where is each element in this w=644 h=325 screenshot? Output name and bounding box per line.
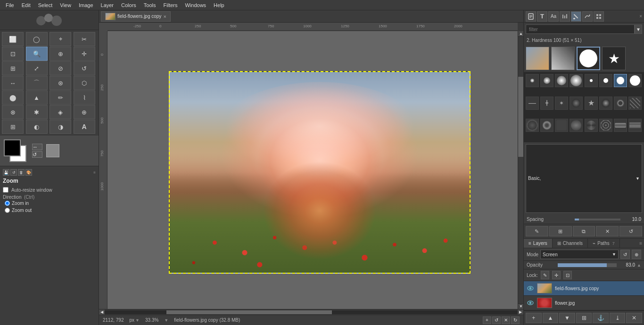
vertical-scrollbar[interactable]: ▲ ▼ (518, 31, 523, 309)
opacity-spinner-up[interactable]: ▲ (637, 263, 641, 268)
brush-hard-med[interactable] (599, 74, 612, 87)
tool-warp[interactable]: ⊛ (50, 76, 71, 90)
layer-item-1[interactable]: field-flowers.jpg copy (524, 281, 644, 296)
horizontal-scrollbar[interactable]: ◀ ▶ (99, 309, 523, 315)
text-tool-icon-btn[interactable]: T (537, 11, 547, 22)
delete-button[interactable]: ✕ (502, 317, 510, 324)
tool-text[interactable]: A (74, 120, 95, 134)
menu-layer[interactable]: Layer (97, 1, 118, 9)
brush-special-5[interactable]: ★ (585, 97, 598, 110)
tool-shear[interactable]: ⌒ (26, 76, 48, 90)
menu-view[interactable]: View (56, 1, 75, 9)
tab-paths[interactable]: ⌁ Paths 7 (588, 239, 620, 248)
dynamics-icon-btn[interactable] (582, 11, 593, 22)
brush-texture-4[interactable] (570, 119, 583, 132)
layer-visibility-1[interactable] (527, 284, 534, 292)
right-panel-menu[interactable]: × (639, 14, 642, 19)
mode-dropdown[interactable]: Screen ▼ (540, 250, 619, 259)
zoom-in-option[interactable]: Zoom in (5, 201, 96, 206)
brush-type-dropdown-arrow[interactable]: ▼ (636, 176, 640, 181)
tool-perspective[interactable]: ⊘ (50, 61, 71, 75)
tool-heal[interactable]: ⊕ (74, 105, 95, 119)
menu-tools[interactable]: Tools (140, 1, 160, 9)
tool-dodge[interactable]: ◑ (50, 120, 71, 134)
brush-preview-4[interactable]: ★ (602, 47, 626, 70)
tool-airbrush[interactable]: ✱ (26, 105, 48, 119)
tool-blend[interactable]: ▲ (26, 90, 48, 105)
brush-special-7[interactable] (614, 97, 627, 110)
menu-colors[interactable]: Colors (117, 1, 140, 9)
menu-select[interactable]: Select (34, 1, 57, 9)
filter-dropdown-arrow[interactable]: ▼ (635, 24, 642, 34)
unit-selector[interactable]: px ▼ (130, 317, 140, 323)
brush-special-3[interactable]: ✶ (555, 97, 568, 110)
tool-3d[interactable]: ⬡ (74, 76, 95, 90)
options-color[interactable]: 🎨 (25, 169, 32, 176)
scroll-right-button[interactable]: ▶ (518, 309, 523, 315)
tool-transform[interactable]: ⤢ (26, 61, 48, 75)
tool-align[interactable]: ⊞ (2, 61, 24, 75)
raise-layer-button[interactable]: ▲ (543, 313, 559, 323)
tab-close-button[interactable]: × (163, 14, 166, 19)
tool-zoom[interactable]: 🔍 (26, 47, 48, 61)
brush-preview-2[interactable] (551, 47, 575, 70)
tool-rotate[interactable]: ↺ (74, 61, 95, 75)
brush-soft-med[interactable] (540, 74, 553, 87)
brush-special-1[interactable]: — (526, 97, 539, 110)
brush-texture-7[interactable] (614, 119, 627, 132)
brush-soft-xlarge[interactable] (570, 74, 583, 87)
image-tab[interactable]: field-flowers.jpg copy × (101, 11, 171, 22)
options-save[interactable]: 💾 (3, 169, 9, 176)
options-expand[interactable]: ≡ (93, 171, 96, 175)
brush-hard-large[interactable] (614, 74, 627, 87)
lower-layer-button[interactable]: ▼ (559, 313, 575, 323)
brush-soft-large[interactable] (555, 74, 568, 87)
mode-dropdown-arrow[interactable]: ▼ (612, 252, 616, 257)
tool-crop[interactable]: ⊡ (2, 47, 24, 61)
mode-extra-button[interactable]: ⊕ (632, 250, 641, 259)
tool-smudge[interactable]: ◐ (26, 120, 48, 134)
tool-bucket[interactable]: ⬤ (2, 90, 24, 105)
brush-soft-small[interactable] (526, 74, 539, 87)
options-restore[interactable]: ↺ (10, 169, 17, 176)
brush-action-refresh[interactable]: ↺ (619, 226, 642, 236)
brush-action-duplicate[interactable]: ⊞ (549, 226, 572, 236)
brush-action-delete[interactable]: ✕ (596, 226, 619, 236)
tab-layers[interactable]: ≡ Layers (524, 239, 553, 248)
auto-resize-checkbox[interactable] (3, 187, 8, 193)
layer-visibility-2[interactable] (527, 299, 534, 307)
tool-eraser[interactable]: ⊗ (2, 105, 24, 119)
brush-texture-1[interactable] (526, 119, 539, 132)
tool-clone[interactable]: ⊞ (2, 120, 24, 134)
tool-ellipse-select[interactable]: ◯ (26, 32, 48, 46)
brush-action-copy[interactable]: ⧉ (573, 226, 595, 236)
scroll-track-h[interactable] (105, 310, 518, 314)
scroll-thumb-h[interactable] (166, 310, 331, 314)
add-image-button[interactable]: + (483, 317, 491, 324)
options-delete[interactable]: 🗑 (18, 169, 25, 176)
unit-dropdown-icon[interactable]: ▼ (135, 318, 140, 323)
zoom-dropdown-icon[interactable]: ▼ (164, 318, 168, 323)
brush-texture-8[interactable] (628, 119, 642, 132)
menu-help[interactable]: Help (210, 1, 228, 9)
layer-item-2[interactable]: flower.jpg (524, 296, 644, 310)
scroll-down-button[interactable]: ▼ (518, 303, 523, 309)
tool-ink[interactable]: ◈ (50, 105, 71, 119)
mode-reset-button[interactable]: ↺ (620, 250, 630, 259)
redo-button[interactable]: ↻ (511, 317, 520, 324)
brush-hard-xlarge[interactable] (628, 74, 642, 87)
brush-special-2[interactable]: ╋ (540, 97, 553, 110)
brush-icon-btn[interactable] (571, 11, 581, 22)
merge-layer-button[interactable]: ⤓ (610, 313, 626, 323)
tool-measure[interactable]: ⊕ (50, 47, 71, 61)
duplicate-layer-button[interactable]: ⊞ (576, 313, 592, 323)
input-levels-icon-btn[interactable] (560, 11, 570, 22)
swap-colors[interactable]: ↔ (32, 144, 42, 150)
tool-paintbrush[interactable]: ⌇ (74, 90, 95, 105)
active-color[interactable] (46, 144, 59, 157)
font-icon-btn[interactable]: Aa (548, 11, 559, 22)
delete-layer-button[interactable]: ✕ (626, 313, 642, 323)
brush-preview-1[interactable] (526, 47, 549, 70)
add-layer-button[interactable]: + (526, 313, 542, 323)
anchor-layer-button[interactable]: ⚓ (593, 313, 609, 323)
